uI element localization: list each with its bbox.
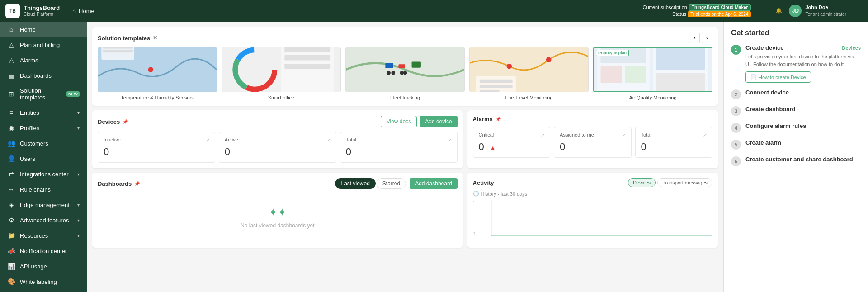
topbar-icons: ⛶ 🔔 JD John Doe Tenant administrator ⋮ [756, 4, 863, 17]
alarms-critical-card: Critical ↗ 0 ▲ [473, 127, 550, 158]
svg-rect-35 [656, 48, 705, 70]
sidebar-item-label: Advanced features [20, 217, 73, 224]
activity-history-label: 🕐 History - last 30 days [473, 191, 712, 197]
template-card-temp-humidity[interactable]: Temperature & Humidity Sensors [98, 47, 217, 100]
step-6-title: Create customer and share dashboard [745, 156, 853, 163]
resources-icon: 📁 [7, 232, 15, 239]
section-title-alarms: Alarms 📌 [473, 116, 501, 122]
sidebar-item-alarms[interactable]: △ Alarms [0, 52, 87, 68]
sidebar-item-dashboards[interactable]: ▦ Dashboards [0, 68, 87, 83]
devices-stats-row: Inactive ↗ 0 Active ↗ 0 [98, 132, 458, 163]
notifications-button[interactable]: 🔔 [773, 5, 785, 17]
svg-rect-10 [281, 47, 334, 92]
svg-rect-25 [476, 76, 516, 92]
sidebar-item-label: Resources [20, 232, 73, 239]
topbar: TB ThingsBoard Cloud Platform ⌂ Home Cur… [0, 0, 868, 22]
template-card-smart-office[interactable]: Smart office [222, 47, 341, 100]
sidebar-item-users[interactable]: 👤 Users [0, 151, 87, 166]
topbar-nav: ⌂ Home [69, 6, 642, 16]
y-label-1: 1 [473, 200, 476, 205]
step-1-link[interactable]: Devices [842, 45, 861, 51]
arrow-icon: ↗ [622, 132, 626, 137]
sidebar-item-resources[interactable]: 📁 Resources ▾ [0, 228, 87, 243]
sidebar-item-settings[interactable]: ⚙ Settings [0, 289, 87, 292]
view-docs-button[interactable]: View docs [381, 116, 417, 127]
sidebar-item-advanced-features[interactable]: ⚙ Advanced features ▾ [0, 212, 87, 228]
api-icon: 📊 [7, 263, 15, 270]
user-name: John Doe [805, 4, 846, 11]
dashboards-activity-row: Dashboards 📌 Last viewed Starred Add das… [92, 173, 718, 248]
how-to-create-device-button[interactable]: 📄 How to create Device [745, 71, 811, 83]
sidebar-item-home[interactable]: ⌂ Home [0, 22, 87, 37]
sidebar-item-customers[interactable]: 👥 Customers [0, 136, 87, 151]
sidebar-item-label: Integrations center [20, 171, 73, 178]
total-value: 0 [346, 146, 452, 158]
sidebar-item-plan-billing[interactable]: △ Plan and billing [0, 37, 87, 52]
svg-rect-16 [398, 64, 405, 68]
brand-logo[interactable]: TB ThingsBoard Cloud Platform [5, 4, 60, 18]
warning-icon: ▲ [490, 144, 496, 151]
fullscreen-button[interactable]: ⛶ [756, 5, 769, 17]
template-card-fleet-tracking[interactable]: Fleet tracking [345, 47, 465, 100]
home-icon: ⌂ [72, 8, 76, 14]
user-info: John Doe Tenant administrator [805, 4, 846, 17]
devices-section: Devices 📌 View docs Add device Inactive [92, 110, 463, 168]
gs-step-6: 6 Create customer and share dashboard [731, 156, 861, 166]
sidebar-item-white-labeling[interactable]: 🎨 White labeling [0, 274, 87, 289]
step-5-title: Create alarm [745, 139, 781, 146]
topbar-right: Current subscription ThingsBoard Cloud M… [642, 4, 863, 18]
sidebar-item-entities[interactable]: ≡ Entities ▾ [0, 105, 87, 120]
add-dashboard-button[interactable]: Add dashboard [410, 178, 457, 189]
svg-rect-27 [480, 85, 513, 88]
sidebar-item-integrations-center[interactable]: ⇄ Integrations center ▾ [0, 166, 87, 182]
sidebar-item-label: Alarms [20, 57, 80, 64]
section-title-activity: Activity [473, 179, 494, 186]
template-prev-button[interactable]: ‹ [689, 33, 700, 43]
section-title-dashboards: Dashboards 📌 [98, 180, 140, 187]
sidebar-item-label: Entities [20, 109, 73, 116]
user-menu-button[interactable]: ⋮ [850, 5, 863, 17]
activity-filter: Devices Transport messages [628, 178, 712, 187]
status-row: Status Trial ends on the Apr 6, 2024 [642, 11, 751, 18]
get-started-panel: Get started 1 Create device Devices Let'… [723, 22, 868, 292]
filter-devices-button[interactable]: Devices [628, 178, 656, 187]
home-nav-item[interactable]: ⌂ Home [69, 6, 98, 16]
gs-step-5: 5 Create alarm [731, 139, 861, 150]
tab-starred[interactable]: Starred [377, 178, 406, 189]
sidebar-item-label: White labeling [20, 278, 80, 285]
step-num-3: 3 [731, 106, 741, 116]
filter-transport-button[interactable]: Transport messages [657, 178, 712, 187]
sidebar-item-notification-center[interactable]: 📣 Notification center [0, 243, 87, 259]
step-num-5: 5 [731, 140, 741, 150]
sidebar-item-edge-management[interactable]: ◈ Edge management ▾ [0, 197, 87, 212]
close-templates-button[interactable]: ✕ [153, 35, 157, 41]
svg-rect-28 [480, 90, 500, 92]
svg-rect-2 [101, 47, 134, 60]
dashboards-pin-icon: 📌 [134, 181, 140, 186]
template-card-air-quality[interactable]: Prototype plan [593, 47, 712, 100]
template-next-button[interactable]: › [702, 33, 712, 43]
alarms-stats-row: Critical ↗ 0 ▲ Assigned to me ↗ [473, 127, 712, 158]
sidebar-item-solution-templates[interactable]: ⊞ Solution templates NEW [0, 83, 87, 105]
tab-last-viewed[interactable]: Last viewed [335, 178, 375, 189]
svg-point-18 [387, 71, 391, 75]
sidebar-item-api-usage[interactable]: 📊 API usage [0, 259, 87, 274]
sidebar-item-profiles[interactable]: ◉ Profiles ▾ [0, 120, 87, 136]
avatar[interactable]: JD [789, 5, 802, 17]
inactive-label: Inactive [104, 137, 121, 142]
total-label: Total [346, 137, 356, 142]
activity-chart: 1 0 [473, 200, 712, 236]
add-device-button[interactable]: Add device [420, 116, 457, 127]
template-card-fuel-level[interactable]: Fuel Level Monitoring [469, 47, 589, 100]
notification-icon: 📣 [7, 247, 15, 254]
section-title-devices: Devices 📌 [98, 118, 128, 125]
inactive-value: 0 [104, 146, 209, 158]
step-num-1: 1 [731, 45, 741, 55]
sidebar-item-label: Home [20, 26, 80, 33]
sidebar-item-label: Users [20, 155, 80, 162]
sidebar-item-rule-chains[interactable]: ↔ Rule chains [0, 182, 87, 197]
arrow-icon: ↗ [448, 137, 452, 142]
templates-grid: Temperature & Humidity Sensors [98, 47, 712, 100]
alarms-assigned-card: Assigned to me ↗ 0 [554, 127, 631, 158]
advanced-icon: ⚙ [7, 217, 15, 224]
